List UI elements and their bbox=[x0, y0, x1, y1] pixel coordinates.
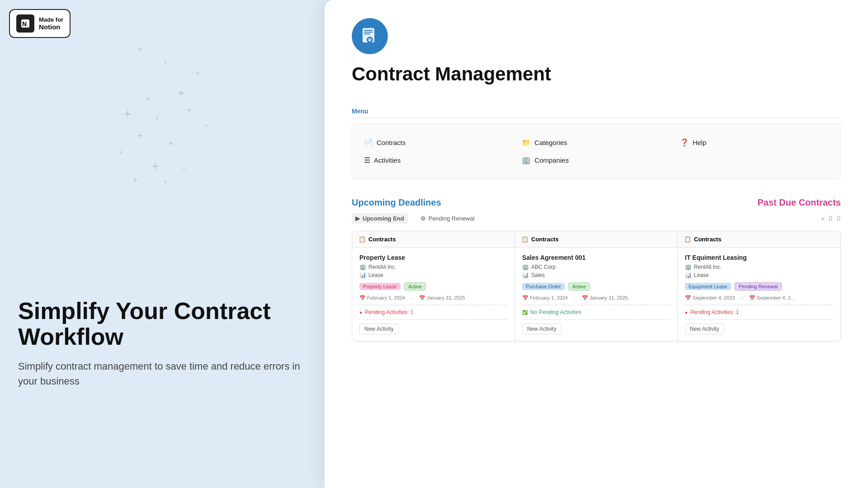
col-header-2: 📋 Contracts bbox=[515, 231, 678, 248]
activity-row-2: ✅ No Pending Activities bbox=[522, 309, 670, 315]
col2-contracts-icon: 📋 bbox=[521, 236, 528, 243]
tab-upcoming-end[interactable]: ▶ Upcoming End bbox=[352, 213, 408, 224]
menu-item-contracts[interactable]: 📄 Contracts bbox=[359, 136, 517, 150]
contract-company-1: 🏢 RentAll Inc. bbox=[359, 264, 507, 270]
svg-rect-3 bbox=[364, 30, 373, 31]
activity-dot-1: ● bbox=[359, 310, 362, 315]
pending-renewal-icon: ⚙ bbox=[420, 215, 426, 222]
sparkle-item bbox=[131, 176, 139, 184]
add-icon[interactable]: + bbox=[821, 215, 825, 222]
contract-company-3: 🏢 RentAll Inc. bbox=[685, 264, 833, 270]
new-activity-btn-1[interactable]: New Activity bbox=[359, 324, 399, 334]
end-date-1: 📅 January 31, 2025 bbox=[419, 295, 465, 301]
activity-dot-3: ● bbox=[685, 310, 688, 315]
start-date-3: 📅 September 4, 2023 bbox=[685, 295, 735, 301]
notion-page-layout: ★ Contract Management Menu 📄 Contracts � bbox=[325, 0, 868, 488]
deadlines-section: Upcoming Deadlines Past Due Contracts ▶ … bbox=[325, 188, 868, 351]
new-activity-btn-3[interactable]: New Activity bbox=[685, 324, 724, 334]
notion-header: ★ Contract Management bbox=[325, 0, 868, 108]
svg-rect-4 bbox=[364, 32, 373, 33]
section-header-row: Upcoming Deadlines Past Due Contracts bbox=[352, 197, 841, 208]
sparkle-item bbox=[163, 178, 168, 184]
col1-contracts-icon: 📋 bbox=[359, 236, 366, 243]
col2-contracts-label: Contracts bbox=[531, 236, 559, 243]
contract-company-2: 🏢 ABC Corp bbox=[522, 264, 670, 270]
col3-contracts-label: Contracts bbox=[694, 236, 722, 243]
divider-3 bbox=[685, 305, 833, 305]
divider-1b bbox=[359, 319, 507, 320]
menu-label: Menu bbox=[352, 108, 841, 118]
right-panel: ★ Contract Management Menu 📄 Contracts � bbox=[325, 0, 868, 488]
start-date-1: 📅 February 1, 2024 bbox=[359, 295, 405, 301]
sparkle-item bbox=[181, 165, 187, 171]
type-icon-3: 📊 bbox=[685, 272, 692, 278]
menu-item-activities[interactable]: ☰ Activities bbox=[359, 153, 517, 167]
notion-icon: N bbox=[16, 14, 34, 33]
new-activity-btn-2[interactable]: New Activity bbox=[522, 324, 561, 334]
activities-icon: ☰ bbox=[364, 156, 370, 164]
tab-actions: + ⠿ ⠿ bbox=[821, 215, 841, 222]
past-due-contracts-title: Past Due Contracts bbox=[758, 197, 841, 208]
svg-text:N: N bbox=[22, 20, 27, 28]
divider-2b bbox=[522, 319, 670, 320]
company-icon-1: 🏢 bbox=[359, 264, 366, 270]
type-icon-2: 📊 bbox=[522, 272, 529, 278]
sparkle-item bbox=[194, 70, 201, 76]
contract-dates-1: 📅 February 1, 2024 → 📅 January 31, 2025 bbox=[359, 295, 507, 301]
categories-icon: 📁 bbox=[522, 138, 531, 147]
contract-type-1: 📊 Lease bbox=[359, 272, 507, 278]
upcoming-end-label: Upcoming End bbox=[363, 215, 404, 222]
grid-icon[interactable]: ⠿ bbox=[828, 215, 833, 222]
tab-pending-renewal[interactable]: ⚙ Pending Renewal bbox=[417, 213, 478, 224]
companies-icon: 🏢 bbox=[522, 156, 531, 164]
sparkle-item bbox=[149, 160, 161, 172]
col-header-3: 📋 Contracts bbox=[678, 231, 840, 248]
tag-active-1: Active bbox=[404, 282, 426, 291]
help-icon: ❓ bbox=[680, 138, 689, 147]
end-date-3: 📅 September 4, 2... bbox=[749, 295, 795, 301]
pending-renewal-label: Pending Renewal bbox=[429, 215, 475, 222]
start-date-2: 📅 February 1, 2024 bbox=[522, 295, 568, 301]
company-icon-3: 🏢 bbox=[685, 264, 692, 270]
hero-subtitle: Simplify contract management to save tim… bbox=[18, 359, 307, 389]
col1-contracts-label: Contracts bbox=[368, 236, 396, 243]
contract-tags-3: Equipment Lease Pending Renewal bbox=[685, 282, 833, 292]
contract-card-3: IT Equiment Leasing 🏢 RentAll Inc. 📊 Lea… bbox=[678, 248, 840, 341]
sparkle-item bbox=[122, 108, 133, 119]
badge-text: Made for Notion bbox=[39, 16, 63, 31]
menu-grid: 📄 Contracts 📁 Categories ❓ Help ☰ bbox=[359, 128, 833, 174]
contract-tags-2: Purchase Order Active bbox=[522, 282, 670, 292]
contract-type-3: 📊 Lease bbox=[685, 272, 833, 278]
divider-1 bbox=[359, 305, 507, 305]
menu-item-help[interactable]: ❓ Help bbox=[675, 136, 833, 150]
svg-rect-5 bbox=[364, 33, 370, 34]
sparkles-decoration bbox=[90, 32, 235, 203]
page-title: Contract Management bbox=[352, 63, 841, 85]
divider-3b bbox=[685, 319, 833, 320]
tag-property-lease: Property Lease bbox=[359, 283, 401, 290]
company-icon-2: 🏢 bbox=[522, 264, 529, 270]
contracts-icon: 📄 bbox=[364, 138, 373, 147]
col-header-1: 📋 Contracts bbox=[352, 231, 515, 248]
menu-dots-icon[interactable]: ⠿ bbox=[836, 215, 841, 222]
contract-name-1: Property Lease bbox=[359, 254, 507, 261]
activity-row-3: ● Pending Activities: 1 bbox=[685, 309, 833, 315]
menu-item-categories-label: Categories bbox=[534, 139, 567, 146]
sparkle-item bbox=[136, 131, 145, 140]
menu-item-companies-label: Companies bbox=[534, 156, 569, 164]
menu-item-companies[interactable]: 🏢 Companies bbox=[517, 153, 675, 167]
page-icon: ★ bbox=[352, 18, 388, 54]
activity-text-3: Pending Activities: 1 bbox=[690, 309, 739, 315]
upcoming-deadlines-title: Upcoming Deadlines bbox=[352, 197, 441, 208]
sparkle-item bbox=[145, 95, 152, 102]
notion-badge[interactable]: N Made for Notion bbox=[9, 9, 71, 38]
sparkle-item bbox=[185, 106, 193, 114]
col3-contracts-icon: 📋 bbox=[684, 236, 691, 243]
contract-name-2: Sales Agreement 001 bbox=[522, 254, 670, 261]
menu-item-help-label: Help bbox=[693, 139, 707, 146]
hero-text-section: Simplify Your Contract Workflow Simplify… bbox=[18, 298, 307, 389]
divider-2 bbox=[522, 305, 670, 305]
contract-type-2: 📊 Sales bbox=[522, 272, 670, 278]
menu-item-categories[interactable]: 📁 Categories bbox=[517, 136, 675, 150]
sparkle-item bbox=[118, 149, 124, 155]
